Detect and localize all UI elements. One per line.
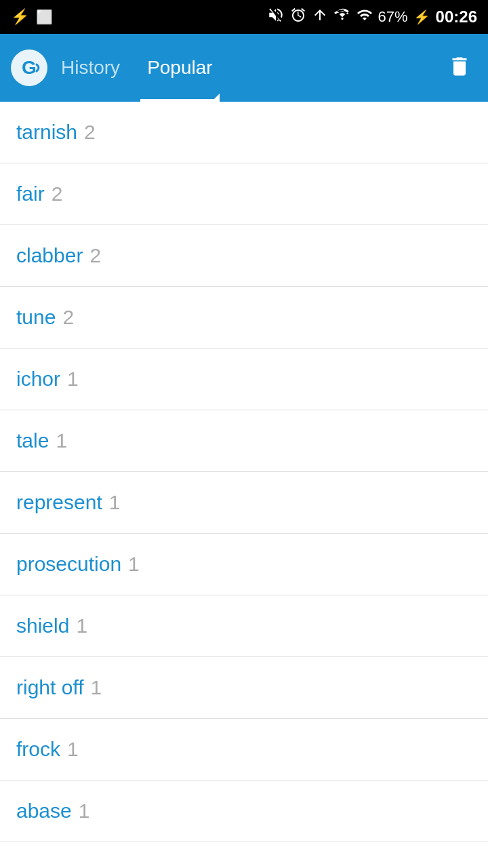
list-item[interactable]: prosecution1 — [0, 534, 488, 595]
word-count: 2 — [62, 306, 74, 329]
word-count: 1 — [76, 614, 87, 637]
active-tab-indicator — [211, 94, 220, 102]
word-list: tarnish2fair2clabber2tune2ichor1tale1rep… — [0, 102, 488, 842]
status-left-icons: ⚡ ⬜ — [11, 8, 53, 26]
word-count: 2 — [84, 121, 96, 144]
word-text: represent — [16, 491, 102, 514]
word-text: frock — [16, 738, 60, 761]
word-text: shield — [16, 614, 69, 637]
word-count: 1 — [67, 368, 79, 391]
wifi-icon — [333, 6, 351, 28]
word-text: fair — [16, 182, 45, 205]
tab-history-label: History — [61, 57, 120, 79]
charging-icon: ⚡ — [413, 9, 430, 25]
word-text: abase — [16, 800, 72, 823]
list-item[interactable]: represent1 — [0, 472, 488, 534]
status-right-icons: 67% ⚡ 00:26 — [267, 6, 477, 28]
list-item[interactable]: ichor1 — [0, 349, 488, 410]
word-count: 1 — [128, 553, 140, 576]
word-count: 1 — [67, 738, 79, 761]
app-logo: G — [11, 50, 47, 86]
usb-icon: ⚡ — [11, 8, 29, 26]
word-text: tarnish — [16, 121, 77, 144]
signal-icon — [357, 7, 373, 27]
list-item[interactable]: fair2 — [0, 163, 488, 225]
image-icon: ⬜ — [36, 9, 53, 25]
list-item[interactable]: tune2 — [0, 287, 488, 349]
word-text: right off — [16, 676, 84, 699]
word-count: 1 — [56, 429, 67, 452]
alarm-icon — [290, 7, 306, 27]
toolbar: G History Popular — [0, 34, 488, 102]
tab-history[interactable]: History — [47, 34, 134, 102]
delete-button[interactable] — [442, 49, 477, 87]
word-count: 1 — [79, 800, 90, 823]
tab-popular-label: Popular — [147, 57, 213, 79]
word-text: prosecution — [16, 553, 121, 576]
word-count: 2 — [89, 244, 101, 267]
status-bar: ⚡ ⬜ — [0, 0, 488, 34]
list-item[interactable]: tarnish2 — [0, 102, 488, 163]
word-count: 2 — [52, 182, 63, 205]
list-item[interactable]: shield1 — [0, 595, 488, 657]
list-item[interactable]: tale1 — [0, 410, 488, 472]
tab-bar: History Popular — [47, 34, 442, 102]
trash-icon — [447, 54, 472, 79]
word-text: clabber — [16, 244, 83, 267]
word-text: tune — [16, 306, 56, 329]
upload-icon — [312, 7, 328, 27]
status-time: 00:26 — [436, 7, 477, 26]
list-item[interactable]: clabber2 — [0, 225, 488, 287]
mute-icon — [267, 6, 285, 28]
word-text: tale — [16, 429, 49, 452]
list-item[interactable]: abase1 — [0, 781, 488, 842]
svg-text:G: G — [22, 57, 37, 78]
list-item[interactable]: frock1 — [0, 719, 488, 781]
battery-percentage: 67% — [378, 8, 408, 26]
word-count: 1 — [109, 491, 121, 514]
list-item[interactable]: right off1 — [0, 657, 488, 719]
word-text: ichor — [16, 368, 60, 391]
tab-popular[interactable]: Popular — [134, 34, 226, 102]
word-count: 1 — [91, 676, 102, 699]
